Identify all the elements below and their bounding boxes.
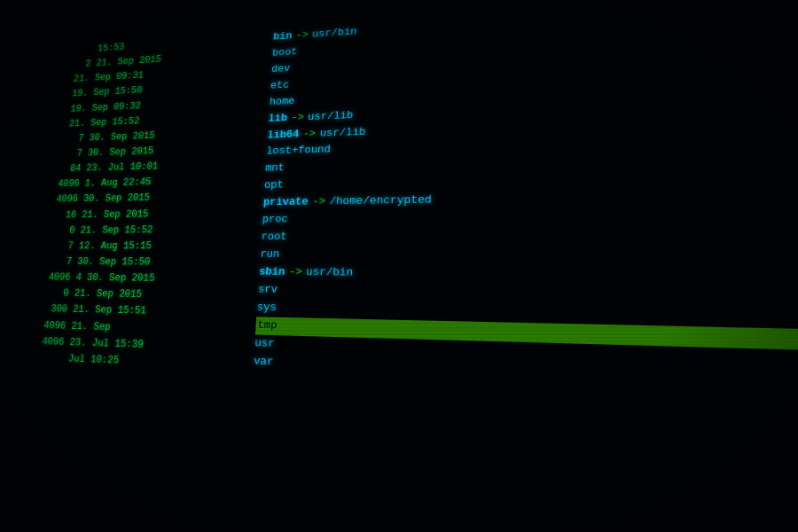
symlink-arrow: -> (288, 263, 302, 281)
file-size (28, 349, 68, 367)
link-target: usr/bin (306, 264, 354, 283)
file-size: 300 (34, 301, 74, 318)
list-item: 16 21. Sep 2015 (43, 205, 263, 223)
file-size: 84 (48, 160, 87, 176)
left-column: 15:53 2 21. Sep 2015 21. Sep 09:31 19. S… (4, 26, 274, 532)
date-string: 21. Sep 2015 (74, 286, 143, 302)
dir-name: lost+found (266, 142, 331, 160)
file-size: 4096 (30, 333, 70, 351)
link-target: usr/bin (312, 24, 357, 43)
dir-name: run (260, 246, 280, 264)
file-size: 0 (35, 286, 75, 302)
dir-name: dev (271, 60, 291, 78)
file-size: 0 (42, 223, 81, 239)
file-size: 16 (43, 207, 82, 223)
link-target: /home/encrypted (329, 192, 432, 211)
list-item: root (261, 225, 798, 246)
dir-name: usr (254, 334, 275, 353)
dir-name: etc (270, 77, 289, 95)
dir-name: sbin (259, 263, 286, 281)
dir-name: proc (262, 211, 288, 229)
symlink-arrow: -> (291, 109, 304, 126)
dir-name: boot (272, 44, 298, 62)
dir-name: lib (268, 110, 287, 128)
date-string: 21. Sep 15:52 (80, 222, 153, 238)
file-size: 7 (50, 145, 89, 161)
link-target: usr/lib (319, 123, 366, 142)
date-string: 21. Sep 15:51 (72, 301, 146, 319)
date-string: 21. Sep (71, 318, 112, 336)
dir-name: opt (264, 177, 285, 195)
terminal-screen: 15:53 2 21. Sep 2015 21. Sep 09:31 19. S… (0, 0, 798, 532)
right-column: bin -> usr/bin boot dev etc home (241, 0, 798, 532)
file-size: 7 (51, 130, 90, 146)
date-string: 1. Aug 22:45 (84, 175, 152, 192)
list-item: 7 12. Aug 15:15 (40, 238, 261, 254)
date-string: 21. Sep 2015 (81, 206, 149, 223)
dir-name: srv (257, 281, 278, 299)
date-string: 4 30. Sep 2015 (75, 270, 155, 286)
dir-name: var (253, 352, 273, 371)
symlink-arrow: -> (295, 27, 309, 44)
dir-name: root (261, 229, 287, 246)
file-size: 7 (38, 254, 78, 270)
dir-name: bin (273, 28, 293, 46)
date-string: 23. Jul 10:01 (85, 159, 158, 176)
file-size: 4096 (37, 270, 77, 286)
link-target: usr/lib (308, 107, 354, 126)
date-string: 15:53 (97, 40, 125, 57)
file-size: 7 (40, 239, 80, 254)
dir-name: mnt (265, 160, 286, 178)
dir-name: sys (256, 299, 277, 317)
date-string: 30. Sep 2015 (87, 144, 154, 161)
file-size: 21. (52, 115, 91, 132)
list-item: 7 30. Sep 15:50 (38, 254, 260, 271)
terminal-content: 15:53 2 21. Sep 2015 21. Sep 09:31 19. S… (3, 0, 798, 532)
date-string: Jul 10:25 (67, 350, 120, 369)
date-string: 30. Sep 2015 (82, 191, 150, 207)
dir-name: lib64 (267, 126, 300, 144)
file-size: 19. (54, 100, 93, 117)
date-string: 30. Sep 15:50 (76, 254, 151, 270)
terminal-inner: 15:53 2 21. Sep 2015 21. Sep 09:31 19. S… (3, 0, 798, 532)
dir-name-highlighted: tmp (255, 317, 279, 335)
date-string: 12. Aug 15:15 (78, 238, 153, 254)
file-size: 4096 (45, 192, 84, 207)
symlink-arrow: -> (312, 193, 326, 211)
dir-name: home (269, 93, 294, 111)
file-size: 4096 (46, 176, 85, 192)
symlink-arrow: -> (302, 126, 316, 144)
file-size: 4096 (32, 317, 72, 334)
list-item: 0 21. Sep 15:52 (42, 221, 262, 238)
dir-name: private (262, 194, 309, 212)
